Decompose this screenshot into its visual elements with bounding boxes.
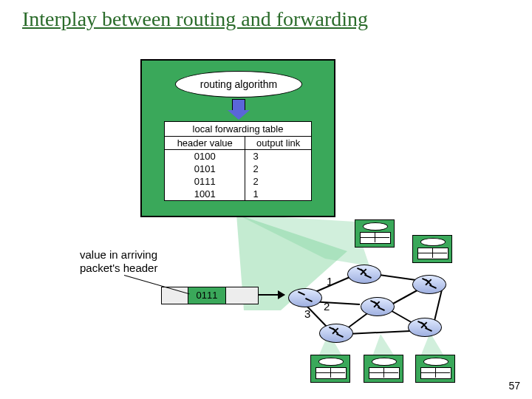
x-mark-icon: ✕ — [372, 299, 381, 310]
forwarding-table-caption: local forwarding table — [165, 122, 312, 137]
main-router-box: routing algorithm local forwarding table… — [140, 59, 335, 217]
cell-hv: 0100 — [165, 150, 245, 163]
cell-hv: 0101 — [165, 163, 245, 175]
svg-marker-5 — [372, 334, 395, 356]
x-mark-icon: ✕ — [420, 319, 429, 331]
cell-hv: 0111 — [165, 175, 245, 188]
svg-line-15 — [434, 290, 442, 321]
port-label-2: 2 — [324, 300, 330, 313]
port-label-1: 1 — [327, 275, 332, 287]
page-number: 57 — [508, 380, 520, 392]
table-row: 1001 1 — [165, 188, 312, 201]
col-header-value: header value — [165, 137, 245, 150]
down-arrow-icon — [232, 99, 245, 111]
x-mark-icon: ✕ — [331, 325, 340, 337]
mini-router-table — [415, 355, 455, 383]
packet-header-value: 0111 — [188, 287, 226, 304]
arriving-packet-label: value in arriving packet's header — [80, 248, 157, 275]
arriving-label-line1: value in arriving — [80, 248, 157, 261]
routing-algorithm-oval: routing algorithm — [175, 71, 302, 98]
x-mark-icon: ✕ — [359, 266, 368, 278]
cell-ol: 2 — [245, 175, 312, 188]
cell-ol: 3 — [245, 150, 312, 163]
mini-router-table — [310, 355, 350, 383]
table-row: 0101 2 — [165, 163, 312, 175]
cell-ol: 1 — [245, 188, 312, 201]
cell-hv: 1001 — [165, 188, 245, 201]
forwarding-table: local forwarding table header value outp… — [164, 121, 312, 201]
col-output-link: output link — [245, 137, 312, 150]
mini-router-table — [355, 219, 395, 248]
port-label-3: 3 — [304, 307, 310, 320]
table-row: 0111 2 — [165, 175, 312, 188]
cell-ol: 2 — [245, 163, 312, 175]
router-icon — [288, 288, 322, 307]
mini-router-table — [364, 355, 403, 383]
arriving-label-line2: packet's header — [80, 262, 157, 274]
right-arrow-icon — [258, 294, 284, 296]
mini-router-table — [412, 235, 452, 263]
table-row: 0100 3 — [165, 150, 312, 163]
svg-line-14 — [347, 331, 410, 334]
x-mark-icon: ✕ — [424, 276, 433, 288]
